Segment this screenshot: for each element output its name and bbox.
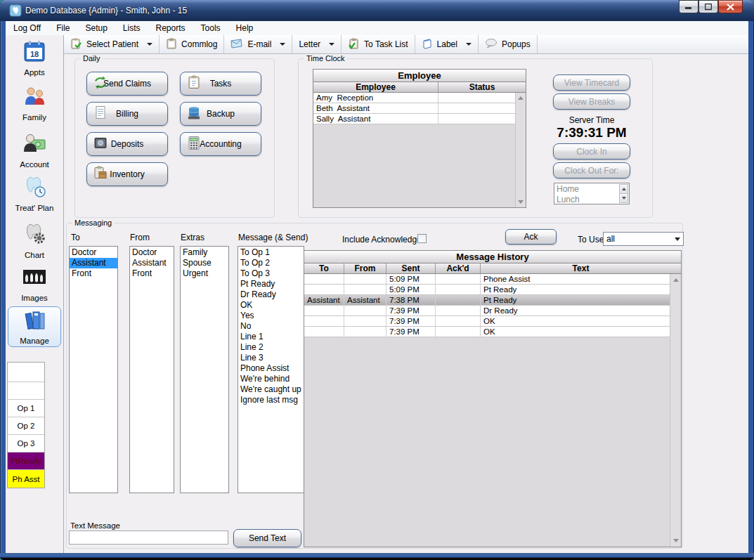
list-item[interactable]: Pt Ready xyxy=(238,279,304,289)
list-item[interactable]: Urgent xyxy=(181,268,228,279)
op-cell-op2[interactable]: Op 2 xyxy=(8,417,44,435)
sidebar-item-chart[interactable]: Chart xyxy=(6,221,63,263)
deposits-button[interactable]: Deposits xyxy=(86,132,168,156)
billing-button[interactable]: Billing xyxy=(86,102,168,126)
chevron-down-icon[interactable] xyxy=(672,233,683,245)
list-item[interactable]: To Op 1 xyxy=(238,247,304,258)
scroll-up-icon[interactable] xyxy=(673,278,679,282)
ack-button[interactable]: Ack xyxy=(505,229,557,245)
menu-setup[interactable]: Setup xyxy=(77,21,115,35)
op-cell-ptready[interactable]: PtReady xyxy=(8,452,44,470)
employee-row[interactable]: Beth Assistant xyxy=(313,103,515,114)
list-item[interactable]: No xyxy=(238,321,304,332)
email-button[interactable]: E-mail xyxy=(224,35,292,53)
listbox-scroll-up[interactable] xyxy=(619,184,628,194)
envelope-icon xyxy=(230,38,243,51)
menu-lists[interactable]: Lists xyxy=(115,21,148,35)
send-claims-button[interactable]: Send Claims xyxy=(86,72,168,96)
list-item[interactable]: Ignore last msg xyxy=(238,395,304,405)
clock-out-for-button[interactable]: Clock Out For: xyxy=(553,162,630,178)
include-acknowledged-checkbox[interactable] xyxy=(417,234,427,243)
send-text-button[interactable]: Send Text xyxy=(233,529,301,547)
sidebar-item-treat-plan[interactable]: Treat' Plan xyxy=(6,174,63,216)
op-cell-op1[interactable]: Op 1 xyxy=(8,400,44,417)
list-item[interactable]: OK xyxy=(238,300,304,311)
sidebar-item-family[interactable]: Family xyxy=(6,84,63,126)
inventory-button[interactable]: Inventory xyxy=(86,162,168,186)
menu-tools[interactable]: Tools xyxy=(193,21,228,35)
sidebar-item-account[interactable]: Account xyxy=(6,131,63,173)
history-row-selected[interactable]: Assistant Assistant 7:38 PM Pt Ready xyxy=(304,295,670,306)
op-cell-op3[interactable]: Op 3 xyxy=(8,435,44,452)
op-cell-phasst[interactable]: Ph Asst xyxy=(8,470,44,488)
patient-clipboard-icon xyxy=(70,37,82,51)
employee-row[interactable]: Amy Reception xyxy=(313,93,515,103)
sidebar-item-appts[interactable]: 18 Appts xyxy=(6,39,63,81)
col-header-text: Text xyxy=(481,263,681,273)
list-item[interactable]: Yes xyxy=(238,311,304,321)
list-item[interactable]: Front xyxy=(130,268,174,279)
to-task-list-button[interactable]: To Task List xyxy=(342,35,415,53)
menu-file[interactable]: File xyxy=(48,21,77,35)
list-item[interactable]: To Op 2 xyxy=(238,258,304,268)
select-patient-dropdown-arrow[interactable] xyxy=(147,43,152,46)
label-dropdown-arrow[interactable] xyxy=(466,43,472,46)
list-item[interactable]: Doctor xyxy=(130,247,174,258)
history-row[interactable]: 5:09 PM Phone Assist xyxy=(304,274,670,285)
list-item[interactable]: Line 1 xyxy=(238,332,304,342)
scroll-up-icon[interactable] xyxy=(518,96,524,100)
letter-dropdown-arrow[interactable] xyxy=(329,43,334,46)
minimize-button[interactable] xyxy=(679,0,698,13)
list-item[interactable]: Doctor xyxy=(70,247,117,258)
email-dropdown-arrow[interactable] xyxy=(280,43,285,46)
menu-log-off[interactable]: Log Off xyxy=(6,21,48,35)
employee-row[interactable]: Sally Assistant xyxy=(313,114,515,124)
text-message-input[interactable] xyxy=(69,530,228,545)
list-item[interactable]: We're caught up xyxy=(238,384,304,395)
popups-button[interactable]: Popups xyxy=(479,35,538,53)
list-item[interactable]: Assistant xyxy=(130,258,174,268)
op-cell-empty[interactable] xyxy=(8,382,44,400)
maximize-button[interactable] xyxy=(698,0,718,13)
clock-out-option-lunch[interactable]: Lunch xyxy=(554,195,629,204)
history-row[interactable]: 7:39 PM OK xyxy=(304,316,670,327)
view-timecard-button[interactable]: View Timecard xyxy=(553,74,630,91)
list-item[interactable]: Line 3 xyxy=(238,353,304,363)
list-item[interactable]: To Op 3 xyxy=(238,268,304,279)
letter-button[interactable]: Letter xyxy=(292,35,342,53)
select-patient-button[interactable]: Select Patient xyxy=(64,35,160,53)
clock-in-button[interactable]: Clock In xyxy=(553,143,630,159)
close-button[interactable] xyxy=(718,0,743,13)
title-bar[interactable]: Demo Database {Admin} - Smith, John - 15 xyxy=(0,0,754,21)
clock-out-option-home[interactable]: Home xyxy=(554,184,629,195)
list-item-selected[interactable]: Assistant xyxy=(70,258,117,268)
history-row[interactable]: 5:09 PM Pt Ready xyxy=(304,285,670,295)
backup-button[interactable]: Backup xyxy=(180,102,261,126)
list-item[interactable]: Line 2 xyxy=(238,342,304,353)
sidebar-item-label: Manage xyxy=(20,337,49,345)
listbox-scroll-down[interactable] xyxy=(619,193,628,203)
list-item[interactable]: Phone Assist xyxy=(238,363,304,374)
message-history-scrollbar[interactable] xyxy=(670,274,681,547)
menu-reports[interactable]: Reports xyxy=(148,21,193,35)
list-item[interactable]: We're behind xyxy=(238,374,304,384)
scroll-down-icon[interactable] xyxy=(518,200,524,204)
tasks-button[interactable]: Tasks xyxy=(180,72,261,96)
commlog-button[interactable]: Commlog xyxy=(160,35,224,53)
scroll-down-icon[interactable] xyxy=(673,539,679,542)
employee-grid-scrollbar[interactable] xyxy=(515,93,526,207)
list-item[interactable]: Dr Ready xyxy=(238,289,304,300)
view-breaks-button[interactable]: View Breaks xyxy=(553,93,630,110)
history-row[interactable]: 7:39 PM OK xyxy=(304,327,670,337)
accounting-button[interactable]: Accounting xyxy=(180,132,261,156)
history-row[interactable]: 7:39 PM Dr Ready xyxy=(304,306,670,316)
sidebar-item-manage[interactable]: Manage xyxy=(8,306,61,347)
list-item[interactable]: Front xyxy=(70,268,117,279)
op-cell-empty[interactable] xyxy=(8,363,44,382)
list-item[interactable]: Family xyxy=(181,247,228,258)
label-button[interactable]: Label xyxy=(415,35,479,53)
sidebar-item-images[interactable]: Images xyxy=(6,264,63,306)
menu-help[interactable]: Help xyxy=(228,21,261,35)
to-user-dropdown[interactable]: all xyxy=(603,232,684,246)
list-item[interactable]: Spouse xyxy=(181,258,228,268)
